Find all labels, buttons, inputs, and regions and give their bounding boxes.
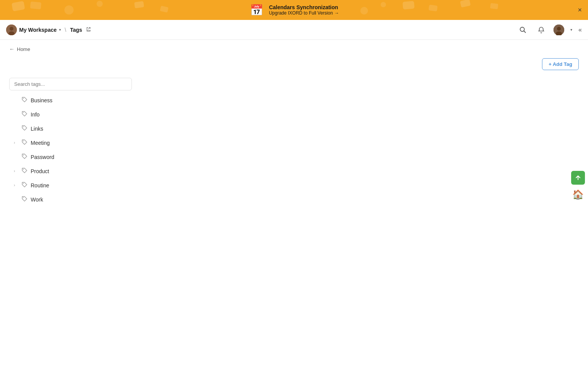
svg-rect-3 bbox=[160, 6, 168, 13]
back-arrow-icon: ← bbox=[9, 46, 15, 52]
banner-subtitle: Upgrade IXORD to Full Version → bbox=[269, 10, 339, 16]
tag-label: Password bbox=[31, 154, 54, 160]
breadcrumb-tags: Tags bbox=[70, 27, 82, 33]
tag-item[interactable]: Info bbox=[9, 108, 579, 121]
tag-icon bbox=[21, 139, 28, 146]
back-home-link[interactable]: ← Home bbox=[9, 46, 30, 52]
banner-text-group: Calendars Synchronization Upgrade IXORD … bbox=[269, 4, 339, 16]
tag-label: Info bbox=[31, 111, 39, 118]
svg-rect-7 bbox=[490, 3, 498, 9]
content-area: ← Home + Add Tag Business Info Links› Me… bbox=[0, 40, 588, 372]
tags-list: Business Info Links› Meeting Password› P… bbox=[9, 93, 579, 206]
svg-point-22 bbox=[23, 126, 24, 127]
user-avatar-menu[interactable] bbox=[554, 25, 564, 35]
right-fab-group: 🏠 bbox=[568, 168, 588, 205]
svg-point-26 bbox=[23, 183, 24, 184]
tag-icon bbox=[21, 196, 28, 203]
tag-icon bbox=[21, 97, 28, 104]
banner-close-button[interactable]: × bbox=[578, 7, 582, 13]
tag-expand-chevron[interactable]: › bbox=[14, 183, 18, 187]
tag-label: Work bbox=[31, 197, 43, 203]
tag-label: Routine bbox=[31, 182, 49, 188]
tag-item[interactable]: Business bbox=[9, 93, 579, 107]
topbar: My Workspace ▾ \ Tags bbox=[0, 20, 588, 40]
tag-label: Links bbox=[31, 126, 43, 132]
tag-label: Business bbox=[31, 97, 53, 103]
svg-point-23 bbox=[23, 141, 24, 141]
svg-rect-1 bbox=[30, 2, 41, 9]
tag-icon bbox=[21, 153, 28, 161]
tag-label: Product bbox=[31, 168, 49, 174]
tag-icon bbox=[21, 167, 28, 175]
svg-line-16 bbox=[524, 31, 526, 33]
upgrade-banner: 📅 Calendars Synchronization Upgrade IXOR… bbox=[0, 0, 588, 20]
svg-point-27 bbox=[23, 197, 24, 198]
topbar-right: ▾ « bbox=[517, 24, 582, 36]
workspace-avatar bbox=[6, 25, 17, 35]
svg-rect-0 bbox=[11, 1, 25, 11]
tag-icon bbox=[21, 125, 28, 132]
breadcrumb-separator: \ bbox=[65, 27, 66, 33]
fab-house-button[interactable]: 🏠 bbox=[571, 188, 585, 202]
add-tag-button[interactable]: + Add Tag bbox=[542, 58, 579, 70]
svg-point-9 bbox=[97, 1, 103, 7]
banner-subtitle-text: Upgrade IXORD to Full Version bbox=[269, 10, 333, 16]
tag-item[interactable]: Links bbox=[9, 122, 579, 135]
banner-arrow-icon: → bbox=[334, 10, 339, 16]
svg-point-11 bbox=[381, 2, 386, 7]
banner-title: Calendars Synchronization bbox=[269, 4, 339, 10]
fab-green-button[interactable] bbox=[571, 171, 585, 185]
svg-point-25 bbox=[23, 169, 24, 170]
svg-rect-5 bbox=[429, 5, 438, 11]
svg-point-8 bbox=[64, 5, 74, 15]
collapse-sidebar-button[interactable]: « bbox=[578, 26, 582, 33]
svg-rect-2 bbox=[134, 1, 144, 8]
svg-point-20 bbox=[23, 98, 24, 99]
svg-point-24 bbox=[23, 155, 24, 156]
tag-icon bbox=[21, 111, 28, 118]
svg-point-18 bbox=[557, 27, 561, 31]
svg-point-10 bbox=[360, 7, 368, 15]
tag-label: Meeting bbox=[31, 140, 50, 146]
back-home-label: Home bbox=[17, 46, 30, 52]
svg-rect-6 bbox=[460, 0, 471, 8]
add-tag-label: + Add Tag bbox=[549, 61, 572, 67]
search-button[interactable] bbox=[517, 24, 529, 36]
svg-point-21 bbox=[23, 112, 24, 113]
open-in-new-icon[interactable] bbox=[86, 26, 91, 33]
notifications-button[interactable] bbox=[535, 24, 547, 36]
svg-point-13 bbox=[10, 27, 13, 31]
tag-item[interactable]: › Routine bbox=[9, 179, 579, 192]
tag-icon bbox=[21, 182, 28, 189]
search-tags-input[interactable] bbox=[9, 78, 132, 90]
topbar-left: My Workspace ▾ \ Tags bbox=[6, 25, 517, 35]
banner-calendar-icon: 📅 bbox=[249, 2, 264, 18]
tag-expand-chevron[interactable]: › bbox=[14, 141, 18, 145]
workspace-chevron-icon[interactable]: ▾ bbox=[59, 28, 61, 32]
tag-expand-chevron[interactable]: › bbox=[14, 169, 18, 173]
user-menu-chevron-icon[interactable]: ▾ bbox=[570, 28, 572, 32]
tag-item[interactable]: Password bbox=[9, 150, 579, 164]
workspace-name[interactable]: My Workspace bbox=[19, 27, 57, 33]
svg-rect-4 bbox=[402, 1, 415, 10]
tag-item[interactable]: Work bbox=[9, 193, 579, 206]
tag-item[interactable]: › Meeting bbox=[9, 136, 579, 149]
tag-item[interactable]: › Product bbox=[9, 164, 579, 178]
